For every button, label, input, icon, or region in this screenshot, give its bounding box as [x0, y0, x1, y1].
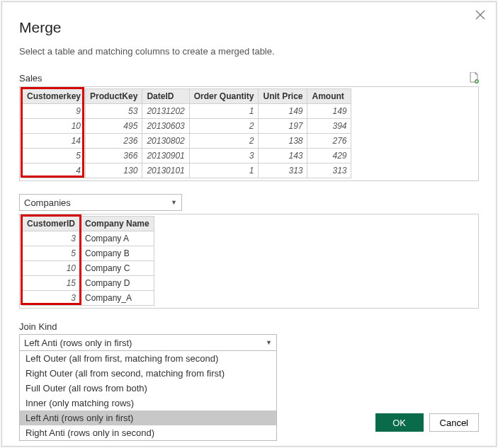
- companies-table[interactable]: CustomerID Company Name 3Company A 5Comp…: [22, 216, 154, 306]
- table-row: 15Company D: [23, 276, 154, 291]
- table-row: 5366201309013143429: [23, 149, 351, 163]
- close-button[interactable]: [475, 9, 486, 21]
- join-kind-selected: Left Anti (rows only in first): [24, 338, 132, 348]
- table-row: 953201312021149149: [23, 104, 351, 119]
- table-row: 3Company_A: [23, 291, 154, 306]
- column-header[interactable]: Customerkey: [23, 89, 86, 104]
- column-header[interactable]: Company Name: [81, 217, 154, 231]
- column-header[interactable]: Order Quantity: [189, 89, 259, 104]
- column-header[interactable]: ProductKey: [86, 89, 142, 104]
- sales-table-preview[interactable]: Customerkey ProductKey DateID Order Quan…: [19, 86, 479, 181]
- dialog-title: Merge: [19, 19, 479, 36]
- companies-table-preview[interactable]: CustomerID Company Name 3Company A 5Comp…: [19, 214, 479, 309]
- merge-dialog: Merge Select a table and matching column…: [1, 1, 497, 447]
- table-row: 14236201308022138276: [23, 134, 351, 149]
- join-kind-option[interactable]: Right Outer (all from second, matching f…: [20, 366, 276, 381]
- column-header[interactable]: CustomerID: [23, 217, 81, 231]
- table-doc-icon[interactable]: [469, 72, 479, 84]
- second-table-dropdown[interactable]: Companies ▼: [19, 194, 182, 211]
- dialog-button-row: OK Cancel: [375, 413, 479, 432]
- table-row: 4130201301011313313: [23, 163, 351, 178]
- table-row: 10Company C: [23, 261, 154, 276]
- join-kind-dropdown[interactable]: Left Anti (rows only in first) ▼: [19, 334, 277, 351]
- sales-table[interactable]: Customerkey ProductKey DateID Order Quan…: [22, 88, 351, 178]
- second-table-selected: Companies: [24, 197, 71, 208]
- join-kind-option-list[interactable]: Left Outer (all from first, matching fro…: [19, 351, 277, 441]
- join-kind-label: Join Kind: [19, 321, 479, 332]
- sales-table-label: Sales: [19, 73, 43, 84]
- dialog-subtitle: Select a table and matching columns to c…: [19, 46, 479, 57]
- column-header[interactable]: Amount: [307, 89, 351, 104]
- join-kind-option[interactable]: Full Outer (all rows from both): [20, 381, 276, 396]
- cancel-button[interactable]: Cancel: [429, 413, 479, 432]
- join-kind-option[interactable]: Left Anti (rows only in first): [20, 410, 276, 425]
- join-kind-option[interactable]: Right Anti (rows only in second): [20, 425, 276, 440]
- chevron-down-icon: ▼: [171, 199, 177, 206]
- column-header[interactable]: DateID: [142, 89, 189, 104]
- join-kind-option[interactable]: Left Outer (all from first, matching fro…: [20, 351, 276, 366]
- join-kind-option[interactable]: Inner (only matching rows): [20, 396, 276, 410]
- table-row: 5Company B: [23, 246, 154, 261]
- table-row: 10495201306032197394: [23, 119, 351, 134]
- chevron-down-icon: ▼: [266, 339, 272, 346]
- close-icon: [475, 9, 486, 21]
- table-row: 3Company A: [23, 231, 154, 246]
- column-header[interactable]: Unit Price: [259, 89, 307, 104]
- ok-button[interactable]: OK: [375, 413, 424, 432]
